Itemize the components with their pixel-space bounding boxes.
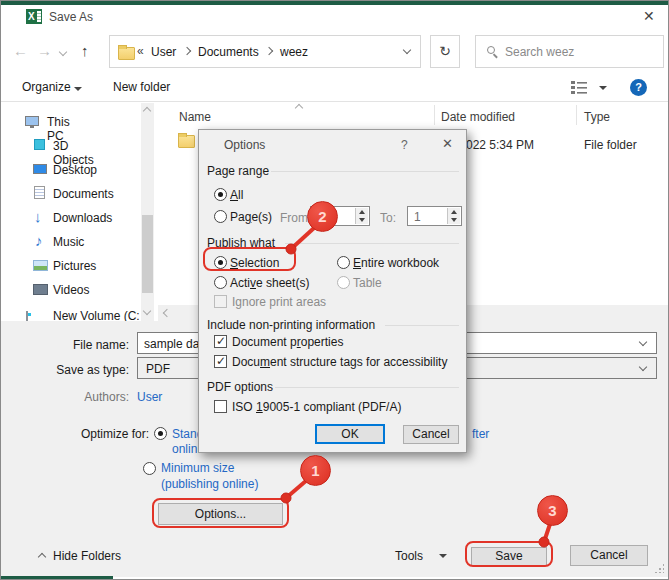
authors-label: Authors: [61,390,129,404]
document-properties-checkbox[interactable] [214,335,227,348]
dialog-cancel-button[interactable]: Cancel [403,425,459,444]
ignore-print-areas-label: Ignore print areas [232,295,326,309]
documents-icon [34,186,45,199]
back-icon[interactable]: ← [13,42,28,59]
ok-label: OK [341,427,358,441]
cancel-button[interactable]: Cancel [570,545,648,566]
to-spinner[interactable]: 1 [407,206,462,226]
sort-ascending-icon[interactable] [295,104,303,112]
column-divider[interactable] [434,105,435,125]
excel-app-icon: X [26,9,42,24]
page-range-all-label: All [230,188,243,202]
cancel-label: Cancel [412,427,449,441]
scroll-left-icon[interactable] [163,309,171,317]
sidebar-item-label: Documents [53,187,114,201]
optimize-minimum-label-line2: (publishing online) [161,477,258,491]
breadcrumb-folder-icon [118,47,135,60]
sidebar-item-label: Pictures [53,259,96,273]
save-as-type-dropdown-icon[interactable] [639,363,647,371]
breadcrumb-item-documents[interactable]: Documents [198,45,259,59]
authors-value[interactable]: User [137,390,162,404]
up-icon[interactable]: ↑ [81,42,89,59]
dialog-ok-button[interactable]: OK [315,424,385,444]
dialog-close-icon[interactable]: ✕ [442,136,453,151]
optimize-standard-radio[interactable] [154,427,167,440]
sidebar-item-label: Music [53,235,84,249]
page-range-all-radio[interactable] [214,188,227,201]
open-file-after-label-fragment: fter [472,427,489,441]
help-icon[interactable]: ? [630,79,647,96]
page-range-heading: Page range [207,164,269,178]
computer-icon [25,116,39,126]
search-input[interactable]: Search weez [475,35,664,68]
options-highlight-box [152,498,289,528]
optimize-minimum-radio[interactable] [143,462,156,475]
file-name-dropdown-icon[interactable] [639,338,647,346]
dialog-title: Options [224,138,265,152]
window-title: Save As [49,10,93,24]
new-folder-label: New folder [113,80,170,94]
forward-icon[interactable]: → [37,42,52,59]
save-highlight-box [465,541,553,567]
scroll-down-icon[interactable] [143,307,151,315]
address-dropdown-chevron-icon[interactable] [403,46,411,54]
recent-locations-chevron-icon[interactable] [59,48,67,56]
active-sheets-radio[interactable] [214,276,227,289]
iso-compliant-label: ISO 19005-1 compliant (PDF/A) [232,400,401,414]
view-details-icon[interactable] [571,81,588,94]
page-range-pages-radio[interactable] [214,210,227,223]
selection-highlight-box [203,247,296,271]
dialog-help-icon[interactable]: ? [401,138,408,152]
column-divider[interactable] [576,105,577,125]
options-dialog: Options ? ✕ Page range All Page(s) From:… [198,129,467,453]
entire-workbook-radio[interactable] [337,256,350,269]
document-structure-checkbox[interactable] [214,355,227,368]
scroll-up-icon[interactable] [143,107,151,115]
save-as-window: X Save As ✕ ← → ↑ « User Documents weez … [0,0,669,580]
column-header-type[interactable]: Type [584,110,610,124]
spinner-up-icon[interactable] [356,208,368,216]
view-dropdown-icon[interactable] [599,86,607,90]
spinner-down-icon[interactable] [356,216,368,224]
document-structure-label: Document structure tags for accessibilit… [232,355,447,369]
save-as-type-value: PDF [146,362,170,376]
spinner-down-icon[interactable] [448,216,460,224]
downloads-icon: ↓ [34,210,42,223]
organize-button[interactable]: Organize [22,80,71,94]
hide-folders-label: Hide Folders [53,549,121,563]
address-bar[interactable]: « User Documents weez [109,35,421,68]
file-type: File folder [584,138,637,152]
refresh-button[interactable]: ↻ [430,35,460,68]
hide-folders-button[interactable]: Hide Folders [53,549,121,563]
group-divider [275,387,459,388]
spinner-up-icon[interactable] [448,208,460,216]
tools-button[interactable]: Tools [395,549,423,563]
non-printing-heading: Include non-printing information [207,318,375,332]
videos-icon [33,284,48,295]
music-icon: ♪ [35,234,43,248]
sidebar-scrollbar[interactable] [141,103,154,321]
column-header-name[interactable]: Name [179,110,211,124]
organize-dropdown-icon [74,87,82,91]
breadcrumb-item-weez[interactable]: weez [280,45,308,59]
callout-step-3: 3 [537,495,568,526]
entire-workbook-label: Entire workbook [353,256,439,270]
search-icon [487,46,495,54]
pdf-options-heading: PDF options [207,380,273,394]
tools-label: Tools [395,549,423,563]
group-divider [285,243,459,244]
new-folder-button[interactable]: New folder [113,80,170,94]
organize-label: Organize [22,80,71,94]
sidebar-item-label: Videos [53,283,89,297]
window-close-icon[interactable]: ✕ [643,8,655,24]
breadcrumb-item-user[interactable]: User [151,45,176,59]
group-divider [271,171,459,172]
save-as-type-label: Save as type: [31,363,129,377]
sidebar-item-label: Downloads [53,211,112,225]
tools-dropdown-icon [439,554,447,558]
pictures-icon [33,260,48,271]
to-label: To: [380,211,396,225]
iso-compliant-checkbox[interactable] [214,400,227,413]
scrollbar-thumb[interactable] [142,215,153,293]
column-header-date-modified[interactable]: Date modified [441,110,515,124]
